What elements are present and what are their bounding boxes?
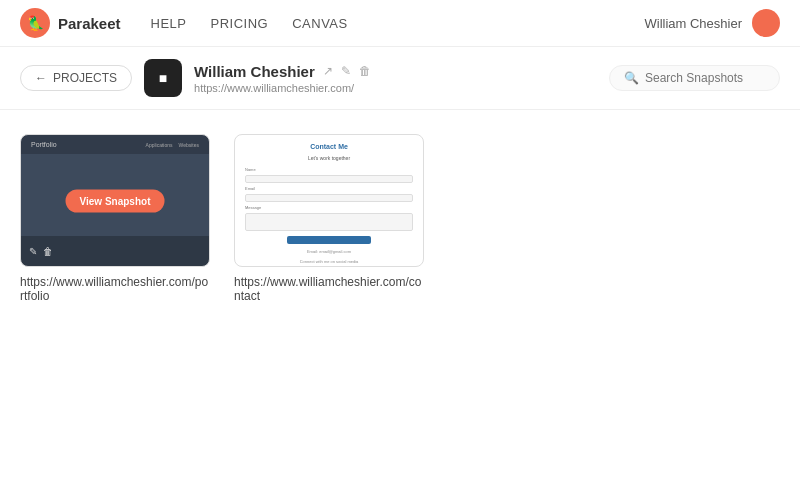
social-icons bbox=[245, 266, 413, 267]
project-icon: ■ bbox=[144, 59, 182, 97]
edit-icon[interactable]: ✎ bbox=[341, 64, 351, 78]
social-icon bbox=[323, 266, 328, 267]
thumb-subtitle: Let's work together bbox=[245, 155, 413, 161]
snapshot-url: https://www.williamcheshier.com/contact bbox=[234, 275, 424, 303]
nav-help[interactable]: HELP bbox=[151, 16, 187, 31]
form-label: Email bbox=[245, 186, 413, 191]
share-icon[interactable]: ↗ bbox=[323, 64, 333, 78]
search-box[interactable]: 🔍 bbox=[609, 65, 780, 91]
search-icon: 🔍 bbox=[624, 71, 639, 85]
thumb-title: Contact Me bbox=[245, 143, 413, 150]
thumb-social-text: Connect with me on social media bbox=[245, 259, 413, 264]
form-input bbox=[245, 175, 413, 183]
user-info: William Cheshier bbox=[644, 9, 780, 37]
snapshot-url: https://www.williamcheshier.com/portfoli… bbox=[20, 275, 210, 303]
thumb-nav-links: Applications Websites bbox=[146, 142, 199, 148]
snapshot-card: Portfolio Applications Websites View Sna… bbox=[20, 134, 210, 303]
form-textarea bbox=[245, 213, 413, 231]
thumb-overlay: ✎ 🗑 bbox=[21, 236, 209, 266]
snapshot-thumbnail[interactable]: Contact Me Let's work together Name Emai… bbox=[234, 134, 424, 267]
thumb-content: Contact Me Let's work together Name Emai… bbox=[235, 135, 423, 267]
navbar: 🦜 Parakeet HELP PRICING CANVAS William C… bbox=[0, 0, 800, 47]
project-info: William Cheshier ↗ ✎ 🗑 https://www.willi… bbox=[194, 63, 371, 94]
nav-pricing[interactable]: PRICING bbox=[211, 16, 269, 31]
thumb-nav-link: Applications bbox=[146, 142, 173, 148]
view-snapshot-button[interactable]: View Snapshot bbox=[66, 189, 165, 212]
thumb-form: Name Email Message bbox=[245, 167, 413, 231]
delete-icon[interactable]: 🗑 bbox=[359, 64, 371, 78]
snapshot-card: Contact Me Let's work together Name Emai… bbox=[234, 134, 424, 303]
nav-links: HELP PRICING CANVAS bbox=[151, 16, 348, 31]
project-url: https://www.williamcheshier.com/ bbox=[194, 82, 371, 94]
back-arrow-icon: ← bbox=[35, 71, 47, 85]
thumb-footer: Email: email@gmail.com bbox=[245, 249, 413, 254]
thumb-nav-link: Websites bbox=[179, 142, 199, 148]
logo-text: Parakeet bbox=[58, 15, 121, 32]
logo[interactable]: 🦜 Parakeet bbox=[20, 8, 121, 38]
toolbar: ← PROJECTS ■ William Cheshier ↗ ✎ 🗑 http… bbox=[0, 47, 800, 110]
form-label: Name bbox=[245, 167, 413, 172]
search-input[interactable] bbox=[645, 71, 765, 85]
thumb-delete-icon[interactable]: 🗑 bbox=[43, 246, 53, 257]
avatar[interactable] bbox=[752, 9, 780, 37]
snapshot-thumbnail[interactable]: Portfolio Applications Websites View Sna… bbox=[20, 134, 210, 267]
form-submit-button bbox=[287, 236, 371, 244]
snapshots-grid: Portfolio Applications Websites View Sna… bbox=[0, 110, 800, 327]
back-label: PROJECTS bbox=[53, 71, 117, 85]
social-icon bbox=[315, 266, 320, 267]
thumb-nav-title: Portfolio bbox=[31, 141, 57, 148]
project-actions: ↗ ✎ 🗑 bbox=[323, 64, 371, 78]
nav-canvas[interactable]: CANVAS bbox=[292, 16, 348, 31]
social-icon bbox=[331, 266, 336, 267]
thumb-edit-icon[interactable]: ✎ bbox=[29, 246, 37, 257]
form-label: Message bbox=[245, 205, 413, 210]
social-icon bbox=[339, 266, 344, 267]
username: William Cheshier bbox=[644, 16, 742, 31]
form-input bbox=[245, 194, 413, 202]
logo-icon: 🦜 bbox=[20, 8, 50, 38]
project-name: William Cheshier bbox=[194, 63, 315, 80]
back-button[interactable]: ← PROJECTS bbox=[20, 65, 132, 91]
thumb-nav: Portfolio Applications Websites bbox=[21, 135, 209, 154]
